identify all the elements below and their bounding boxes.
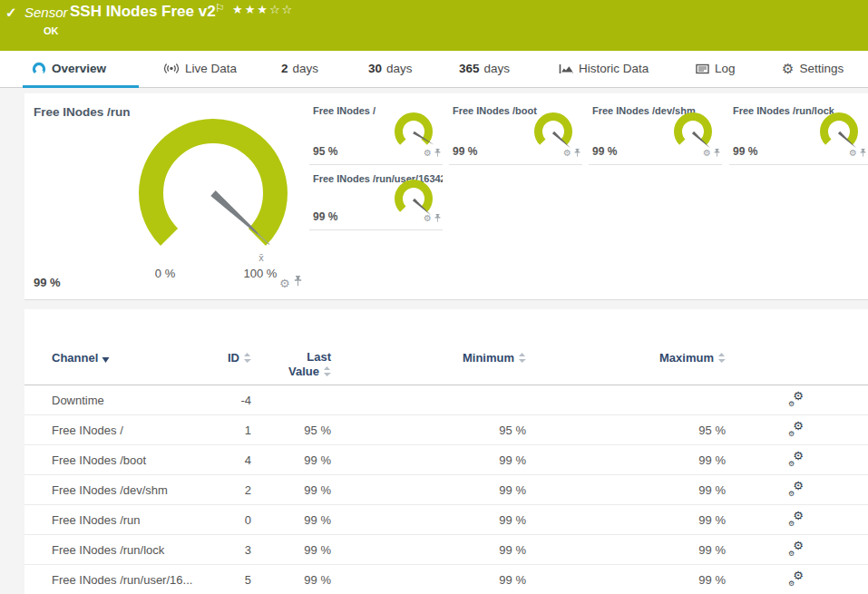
- table-row[interactable]: Free INodes /run/lock 3 99 % 99 % 99 % ⚙…: [24, 535, 868, 565]
- channel-settings-icon[interactable]: ⚙⚙: [789, 571, 804, 586]
- column-header-channel[interactable]: Channel: [52, 351, 197, 365]
- channel-maximum: 99 %: [526, 483, 726, 497]
- gauge-value: 99 %: [313, 210, 337, 223]
- channel-settings-icon[interactable]: ⚙⚙: [789, 452, 804, 466]
- average-marker: x̄: [258, 252, 264, 263]
- channel-table: Channel ID LastValue Minimum Maximum Dow…: [24, 309, 868, 594]
- tab-label: days: [484, 62, 511, 75]
- mini-gauge-run-lock: Free INodes /run/lock 99 % ⚙: [729, 93, 868, 165]
- tab-label: Log: [715, 62, 736, 75]
- object-kind-label: Sensor: [24, 5, 68, 20]
- gauge-value: 99 %: [592, 145, 617, 158]
- channel-last-value: 99 %: [251, 513, 331, 527]
- priority-stars[interactable]: ★★★☆☆: [232, 3, 294, 16]
- sort-desc-icon: [102, 352, 110, 365]
- table-row[interactable]: Free INodes /run/user/16... 5 99 % 99 % …: [24, 565, 868, 594]
- gauge-dial: x̄ 0 % 100 %: [112, 107, 315, 288]
- tab-number: 365: [459, 62, 480, 75]
- channel-settings-icon[interactable]: ⚙⚙: [789, 511, 804, 526]
- tab-365-days[interactable]: 365days: [450, 51, 519, 88]
- channel-name: Free INodes /: [52, 424, 197, 437]
- channel-settings-icon[interactable]: ⚙⚙: [789, 392, 804, 406]
- channel-id: 2: [197, 483, 251, 497]
- channel-settings-icon[interactable]: ⚙⚙: [789, 541, 804, 556]
- gear-icon[interactable]: ⚙: [424, 214, 432, 223]
- channel-maximum: 95 %: [526, 424, 726, 437]
- channel-table-panel: Channel ID LastValue Minimum Maximum Dow…: [24, 309, 868, 594]
- channel-id: 5: [197, 573, 251, 587]
- sort-both-icon: [518, 352, 526, 365]
- tab-label: Historic Data: [579, 62, 649, 75]
- channel-id: -4: [197, 394, 251, 407]
- mini-gauge-root: Free INodes / 95 % ⚙: [309, 93, 443, 165]
- column-header-maximum[interactable]: Maximum: [526, 351, 726, 365]
- pin-icon[interactable]: [574, 145, 580, 161]
- gear-icon: ⚙: [782, 61, 794, 76]
- sensor-page: ✓ Sensor SSH INodes Free v2 ⚐ ★★★☆☆ OK O…: [0, 0, 868, 594]
- channel-name: Free INodes /run/lock: [52, 543, 197, 557]
- tab-number: 30: [368, 62, 382, 75]
- channel-maximum: 99 %: [526, 513, 726, 527]
- column-header-minimum[interactable]: Minimum: [331, 351, 526, 365]
- gauge-value: 99 %: [453, 145, 477, 158]
- column-header-last-value[interactable]: LastValue: [251, 350, 331, 380]
- gear-icon[interactable]: ⚙: [849, 149, 857, 158]
- column-header-id[interactable]: ID: [197, 351, 251, 365]
- tab-historic-data[interactable]: Historic Data: [550, 51, 658, 88]
- pin-icon[interactable]: [860, 145, 866, 161]
- gauge-min-label: 0 %: [155, 267, 176, 280]
- gauge-max-label: 100 %: [244, 267, 278, 280]
- tab-2-days[interactable]: 2days: [272, 51, 327, 88]
- table-row[interactable]: Free INodes /run 0 99 % 99 % 99 % ⚙⚙: [24, 505, 868, 535]
- table-row[interactable]: Downtime -4 ⚙⚙: [24, 385, 868, 415]
- channel-last-value: 99 %: [251, 453, 331, 467]
- channel-minimum: 99 %: [331, 483, 526, 497]
- channel-name: Free INodes /run/user/16...: [52, 573, 197, 587]
- channel-minimum: 99 %: [331, 513, 526, 527]
- status-check-icon: ✓: [5, 5, 17, 21]
- tab-live-data[interactable]: Live Data: [154, 51, 246, 88]
- tab-bar: Overview Live Data 2days 30days 365days …: [0, 51, 868, 88]
- table-header-row: Channel ID LastValue Minimum Maximum: [24, 309, 868, 385]
- gauge-icon: [32, 53, 46, 89]
- historic-data-icon: [559, 53, 573, 89]
- tab-label: Settings: [799, 62, 844, 75]
- sort-both-icon: [717, 352, 726, 365]
- tab-30-days[interactable]: 30days: [359, 51, 422, 88]
- table-row[interactable]: Free INodes /dev/shm 2 99 % 99 % 99 % ⚙⚙: [24, 475, 868, 505]
- table-row[interactable]: Free INodes / 1 95 % 95 % 95 % ⚙⚙: [24, 415, 868, 445]
- channel-settings-icon[interactable]: ⚙⚙: [789, 422, 804, 436]
- channel-id: 3: [197, 543, 251, 557]
- mini-gauge-dev-shm: Free INodes /dev/shm 99 % ⚙: [589, 93, 722, 165]
- channel-name: Free INodes /dev/shm: [52, 483, 197, 497]
- gear-icon[interactable]: ⚙: [424, 149, 432, 158]
- channel-maximum: 99 %: [526, 543, 726, 557]
- table-row[interactable]: Free INodes /boot 4 99 % 99 % 99 % ⚙⚙: [24, 445, 868, 475]
- mini-gauge-run-user: Free INodes /run/user/16342... 99 % ⚙: [309, 165, 443, 230]
- pin-icon[interactable]: [294, 275, 302, 291]
- pin-icon[interactable]: [434, 145, 441, 161]
- tab-log[interactable]: Log: [687, 51, 745, 88]
- channel-settings-icon[interactable]: ⚙⚙: [789, 482, 804, 496]
- sort-both-icon: [323, 365, 331, 380]
- pin-icon[interactable]: [714, 145, 720, 161]
- gauge-value: 95 %: [313, 145, 337, 158]
- channel-name: Downtime: [52, 394, 197, 407]
- channel-last-value: 95 %: [251, 424, 331, 437]
- channel-id: 0: [197, 513, 251, 527]
- live-data-icon: [163, 53, 180, 89]
- gear-icon[interactable]: ⚙: [563, 149, 571, 158]
- channel-last-value: 99 %: [251, 483, 331, 497]
- channel-minimum: 99 %: [331, 453, 526, 467]
- priority-flag-icon[interactable]: ⚐: [215, 2, 225, 15]
- pin-icon[interactable]: [434, 210, 441, 227]
- sensor-header: ✓ Sensor SSH INodes Free v2 ⚐ ★★★☆☆ OK: [0, 0, 868, 51]
- tab-overview[interactable]: Overview: [23, 51, 139, 88]
- channel-id: 4: [197, 453, 251, 467]
- tab-label: Overview: [52, 62, 106, 75]
- tab-settings[interactable]: ⚙Settings: [773, 51, 853, 88]
- channel-minimum: 99 %: [331, 573, 526, 587]
- gear-icon[interactable]: ⚙: [703, 149, 711, 158]
- gear-icon[interactable]: ⚙: [279, 278, 290, 289]
- gauge-value: 99 %: [733, 145, 757, 158]
